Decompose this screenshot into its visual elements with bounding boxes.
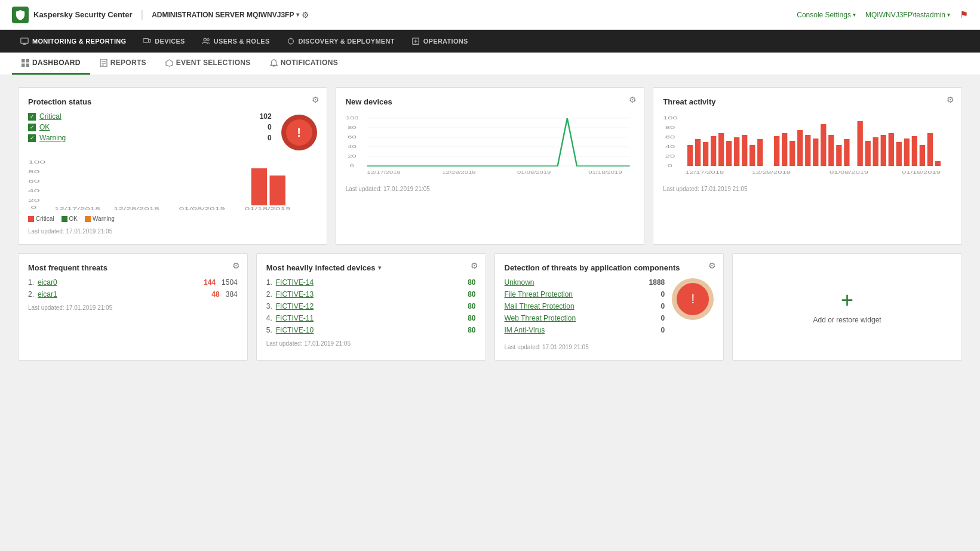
detection-link-file-threat[interactable]: File Threat Protection: [505, 290, 661, 298]
threat-activity-chart-svg: 100 80 60 40 20 0: [663, 112, 952, 178]
prot-ok-item: OK 0: [28, 123, 272, 131]
infected-num-3: 3.: [266, 302, 272, 310]
infected-count-fictive12: 80: [468, 302, 475, 310]
detection-threats-gear-button[interactable]: ⚙: [708, 261, 716, 270]
server-chevron-icon[interactable]: ▾: [296, 11, 299, 18]
svg-text:20: 20: [348, 153, 356, 159]
top-widget-row: Protection status ⚙ Critical 102 OK 0: [18, 87, 962, 245]
nav-operations[interactable]: OPERATIONS: [403, 30, 477, 53]
header-divider: |: [140, 8, 143, 21]
detection-threats-footer: Last updated: 17.01.2019 21:05: [505, 344, 714, 350]
warning-label[interactable]: Warning: [39, 134, 66, 142]
infected-link-fictive13[interactable]: FICTIVE-13: [276, 290, 464, 298]
critical-checkbox[interactable]: [28, 113, 36, 121]
svg-rect-60: [718, 133, 724, 166]
threat-activity-gear-button[interactable]: ⚙: [947, 95, 954, 104]
detection-im-antivirus: IM Anti-Virus 0: [505, 326, 665, 334]
legend-warning: Warning: [85, 216, 115, 222]
new-devices-gear-button[interactable]: ⚙: [629, 95, 637, 104]
legend-warning-label: Warning: [93, 216, 115, 222]
most-infected-chevron-icon[interactable]: ▾: [378, 264, 382, 272]
svg-rect-68: [789, 141, 795, 166]
legend-ok-label: OK: [69, 216, 78, 222]
svg-text:100: 100: [663, 115, 678, 121]
svg-rect-78: [873, 137, 878, 166]
warning-checkbox[interactable]: [28, 134, 36, 142]
svg-text:0: 0: [668, 163, 673, 168]
legend-critical-label: Critical: [36, 216, 54, 222]
detection-link-im-antivirus[interactable]: IM Anti-Virus: [505, 326, 661, 334]
svg-rect-73: [829, 135, 834, 166]
svg-text:01/08/2019: 01/08/2019: [179, 207, 225, 211]
header-left: Kaspersky Security Center | ADMINISTRATI…: [12, 7, 309, 23]
protection-chart-svg: 100 80 60 40 20 0 12/17/2018 12/28/2018 …: [28, 158, 317, 211]
infected-link-fictive11[interactable]: FICTIVE-11: [276, 314, 464, 322]
tab-dashboard[interactable]: DASHBOARD: [12, 53, 90, 75]
svg-text:01/18/2019: 01/18/2019: [245, 207, 291, 211]
detection-link-web-threat[interactable]: Web Threat Protection: [505, 314, 661, 322]
detection-link-unknown[interactable]: Unknown: [505, 278, 649, 287]
infected-item-5: 5. FICTIVE-10 80: [266, 326, 476, 334]
infected-count-fictive13: 80: [468, 290, 475, 298]
navbar: MONITORING & REPORTING DEVICES USERS & R…: [0, 30, 980, 53]
svg-point-6: [207, 39, 210, 41]
threat-item-1: 1. eicar0 144 1504: [28, 278, 238, 287]
svg-text:60: 60: [28, 178, 40, 184]
server-name: ADMINISTRATION SERVER MQIWNVJ3FP ▾ ⚙: [152, 10, 309, 20]
detection-unknown: Unknown 1888: [505, 278, 665, 287]
threat-link-eicar1[interactable]: eicar1: [38, 290, 208, 298]
ok-label[interactable]: OK: [39, 123, 50, 131]
tab-reports[interactable]: REPORTS: [90, 53, 156, 75]
nav-monitoring[interactable]: MONITORING & REPORTING: [12, 30, 134, 53]
detection-link-mail-threat[interactable]: Mail Threat Protection: [505, 302, 661, 310]
threat-item-2: 2. eicar1 48 384: [28, 290, 238, 298]
svg-rect-62: [734, 137, 739, 166]
reports-tab-icon: [100, 59, 107, 67]
user-menu-link[interactable]: MQIWNVJ3FP\testadmin ▾: [865, 11, 950, 19]
svg-rect-76: [858, 121, 863, 166]
svg-text:12/17/2018: 12/17/2018: [54, 207, 100, 211]
add-restore-widget[interactable]: + Add or restore widget: [732, 253, 962, 361]
svg-text:80: 80: [28, 169, 40, 174]
threat-link-eicar0[interactable]: eicar0: [38, 278, 200, 287]
detection-threats-title: Detection of threats by application comp…: [505, 263, 714, 272]
svg-rect-59: [711, 136, 716, 166]
most-infected-footer: Last updated: 17.01.2019 21:05: [266, 340, 476, 347]
svg-rect-86: [935, 161, 941, 166]
svg-rect-4: [149, 39, 151, 42]
svg-rect-67: [782, 133, 787, 166]
infected-item-3: 3. FICTIVE-12 80: [266, 302, 476, 310]
svg-rect-63: [742, 135, 747, 166]
console-settings-link[interactable]: Console Settings ▾: [797, 11, 856, 19]
add-plus-icon: +: [841, 290, 853, 311]
notifications-tab-icon: [270, 59, 278, 67]
critical-count: 102: [260, 112, 272, 121]
server-settings-button[interactable]: ⚙: [302, 10, 309, 20]
infected-link-fictive12[interactable]: FICTIVE-12: [276, 302, 464, 310]
detection-circle-inner: !: [677, 283, 709, 315]
svg-text:40: 40: [348, 144, 356, 149]
footer: © 2018 AO Kaspersky Lab. All Rights Rese…: [0, 549, 980, 551]
critical-label[interactable]: Critical: [39, 112, 62, 121]
tab-event-selections[interactable]: EVENT SELECTIONS: [156, 53, 260, 75]
tab-notifications[interactable]: NOTIFICATIONS: [260, 53, 348, 75]
most-infected-gear-button[interactable]: ⚙: [471, 261, 478, 270]
infected-link-fictive14[interactable]: FICTIVE-14: [276, 278, 464, 287]
nav-discovery[interactable]: DISCOVERY & DEPLOYMENT: [278, 30, 403, 53]
protection-status-gear-button[interactable]: ⚙: [312, 95, 320, 104]
infected-link-fictive10[interactable]: FICTIVE-10: [276, 326, 464, 334]
header: Kaspersky Security Center | ADMINISTRATI…: [0, 0, 980, 30]
svg-rect-71: [813, 138, 818, 166]
main-content: Protection status ⚙ Critical 102 OK 0: [0, 75, 980, 549]
devices-icon: [143, 37, 151, 45]
svg-text:12/28/2018: 12/28/2018: [752, 170, 791, 174]
infected-item-1: 1. FICTIVE-14 80: [266, 278, 476, 287]
svg-rect-61: [726, 141, 732, 166]
protection-chart-area: 100 80 60 40 20 0 12/17/2018 12/28/2018 …: [28, 158, 317, 222]
most-frequent-threats-gear-button[interactable]: ⚙: [232, 261, 240, 270]
threat-activity-footer: Last updated: 17.01.2019 21:05: [663, 186, 952, 192]
nav-users[interactable]: USERS & ROLES: [193, 30, 278, 53]
nav-devices[interactable]: DEVICES: [134, 30, 193, 53]
ok-checkbox[interactable]: [28, 124, 36, 131]
svg-text:100: 100: [28, 159, 46, 165]
